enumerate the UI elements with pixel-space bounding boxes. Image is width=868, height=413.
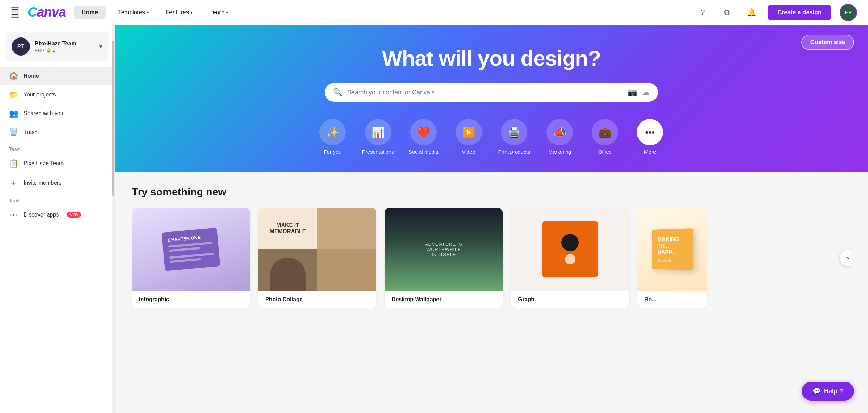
sidebar-item-projects-label: Your projects xyxy=(24,92,56,98)
category-office[interactable]: 💼 Office xyxy=(589,119,620,155)
features-chevron-icon: ▾ xyxy=(191,10,193,15)
hamburger-menu-button[interactable]: ☰ xyxy=(11,7,19,18)
sidebar-item-home[interactable]: 🏠 Home xyxy=(0,67,114,85)
team-name: PixelHaze Team xyxy=(35,41,94,47)
social-media-label: Social media xyxy=(409,149,439,155)
infographic-card[interactable]: CHAPTER ONE Infographic xyxy=(132,208,250,308)
book-thumbnail: MAKINGTH...HAPP... Elizabeth xyxy=(637,208,707,291)
marketing-icon-circle: 📣 xyxy=(546,119,573,145)
canva-logo[interactable]: Canva xyxy=(28,5,66,20)
sidebar-item-projects[interactable]: 📁 Your projects xyxy=(0,85,114,104)
team-section-label: Team xyxy=(0,142,114,154)
book-subtitle: Elizabeth xyxy=(658,259,688,263)
desktop-wallpaper-card[interactable]: ADVENTURE IS WORTHWHILEIN ITSELF Desktop… xyxy=(385,208,503,308)
home-icon: 🏠 xyxy=(9,71,18,81)
help-icon: 💬 xyxy=(813,387,820,395)
trash-icon: 🗑️ xyxy=(9,128,18,137)
print-icon-circle: 🖨️ xyxy=(501,119,527,145)
graph-card-label: Graph xyxy=(511,291,629,308)
office-label: Office xyxy=(598,149,612,155)
sidebar-item-trash-label: Trash xyxy=(24,129,37,135)
collage-text-cell: MAKE ITMEMORABLE xyxy=(258,208,317,249)
hero-title: What will you design? xyxy=(142,46,840,70)
sidebar-item-team-label: PixelHaze Team xyxy=(24,160,64,167)
scrollbar-track xyxy=(112,25,114,413)
team-subtitle: Pro • 🔒 1 xyxy=(35,48,94,53)
learn-nav-link[interactable]: Learn ▾ xyxy=(205,6,232,19)
top-navigation: ☰ Canva Home Templates ▾ Features ▾ Lear… xyxy=(0,0,868,25)
book-cover-card-label: Bo... xyxy=(637,291,707,308)
create-design-button[interactable]: Create a design xyxy=(768,5,831,20)
collage-cell-2 xyxy=(317,208,376,249)
sidebar-item-home-label: Home xyxy=(24,73,39,79)
presentations-icon-circle: 📊 xyxy=(365,119,391,145)
sidebar-item-discover-apps[interactable]: ⋯ Discover apps NEW xyxy=(0,205,114,224)
graph-thumbnail xyxy=(511,208,629,291)
wallpaper-thumbnail: ADVENTURE IS WORTHWHILEIN ITSELF xyxy=(385,208,503,291)
plus-icon: ＋ xyxy=(9,178,18,188)
projects-icon: 📁 xyxy=(9,90,18,99)
templates-nav-link[interactable]: Templates ▾ xyxy=(114,6,153,19)
category-video[interactable]: ▶️ Video xyxy=(453,119,484,155)
more-dots-icon: ••• xyxy=(645,127,654,138)
category-social-media[interactable]: ❤️ Social media xyxy=(408,119,439,155)
photo-collage-card-label: Photo Collage xyxy=(258,291,376,308)
sidebar-item-trash[interactable]: 🗑️ Trash xyxy=(0,123,114,142)
sidebar-item-discover-label: Discover apps xyxy=(24,212,59,218)
team-selector[interactable]: PT PixelHaze Team Pro • 🔒 1 ▾ xyxy=(6,32,109,61)
sidebar-item-team[interactable]: 📋 PixelHaze Team xyxy=(0,154,114,173)
infographic-preview-title: CHAPTER ONE xyxy=(168,234,212,243)
settings-button[interactable]: ⚙ xyxy=(719,5,735,20)
category-print-products[interactable]: 🖨️ Print products xyxy=(498,119,531,155)
category-marketing[interactable]: 📣 Marketing xyxy=(544,119,575,155)
template-cards-row: CHAPTER ONE Infographic MAKE ITMEMORABLE xyxy=(132,208,851,308)
photo-collage-card[interactable]: MAKE ITMEMORABLE Photo Collage xyxy=(258,208,376,308)
graph-card[interactable]: Graph xyxy=(511,208,629,308)
print-products-label: Print products xyxy=(498,149,531,155)
sidebar-item-invite[interactable]: ＋ Invite members xyxy=(0,173,114,193)
sidebar-item-shared-label: Shared with you xyxy=(24,110,64,117)
apps-icon: ⋯ xyxy=(9,210,18,219)
graph-preview xyxy=(542,221,598,277)
hero-search-bar: 🔍 📷 ☁ xyxy=(325,83,658,102)
more-icon-circle: ••• xyxy=(637,119,663,145)
scrollbar-thumb[interactable] xyxy=(112,41,114,196)
notifications-button[interactable]: 🔔 xyxy=(743,5,759,20)
for-you-icon-circle: ✨ xyxy=(319,119,346,145)
sidebar-item-invite-label: Invite members xyxy=(24,180,61,186)
category-more[interactable]: ••• More xyxy=(634,119,666,155)
cards-next-button[interactable]: › xyxy=(840,250,851,266)
try-something-new-section: Try something new CHAPTER ONE xyxy=(115,172,868,322)
help-circle-button[interactable]: ? xyxy=(695,5,711,20)
help-label: Help ? xyxy=(824,388,843,395)
category-for-you[interactable]: ✨ For you xyxy=(317,119,348,155)
templates-chevron-icon: ▾ xyxy=(147,10,149,15)
custom-size-button[interactable]: Custom size xyxy=(801,35,854,50)
collage-face-cell xyxy=(258,249,317,291)
help-button[interactable]: 💬 Help ? xyxy=(802,382,854,401)
book-preview: MAKINGTH...HAPP... Elizabeth xyxy=(652,228,693,270)
hero-categories: ✨ For you 📊 Presentations ❤️ Social medi… xyxy=(142,119,840,155)
infographic-line-1 xyxy=(168,242,213,247)
book-title: MAKINGTH...HAPP... xyxy=(658,236,688,256)
book-cover-card[interactable]: MAKINGTH...HAPP... Elizabeth Bo... xyxy=(637,208,707,308)
shared-icon: 👥 xyxy=(9,109,18,118)
sidebar: PT PixelHaze Team Pro • 🔒 1 ▾ 🏠 Home 📁 Y… xyxy=(0,25,115,413)
infographic-line-4 xyxy=(170,258,201,263)
home-nav-button[interactable]: Home xyxy=(74,6,106,19)
features-nav-link[interactable]: Features ▾ xyxy=(161,6,197,19)
more-label: More xyxy=(644,149,656,155)
hero-banner: Custom size What will you design? 🔍 📷 ☁ … xyxy=(115,25,868,172)
hero-search-input[interactable] xyxy=(347,89,623,96)
upload-icon[interactable]: ☁ xyxy=(642,88,650,97)
search-actions: 📷 ☁ xyxy=(628,88,650,97)
user-avatar[interactable]: EP xyxy=(840,4,857,21)
category-presentations[interactable]: 📊 Presentations xyxy=(362,119,394,155)
marketing-label: Marketing xyxy=(548,149,571,155)
wallpaper-text: ADVENTURE IS WORTHWHILEIN ITSELF xyxy=(414,242,473,257)
graph-circle-small xyxy=(565,254,575,264)
camera-icon[interactable]: 📷 xyxy=(628,88,637,97)
social-media-icon-circle: ❤️ xyxy=(410,119,437,145)
sidebar-item-shared[interactable]: 👥 Shared with you xyxy=(0,104,114,123)
team-chevron-icon: ▾ xyxy=(99,43,102,50)
